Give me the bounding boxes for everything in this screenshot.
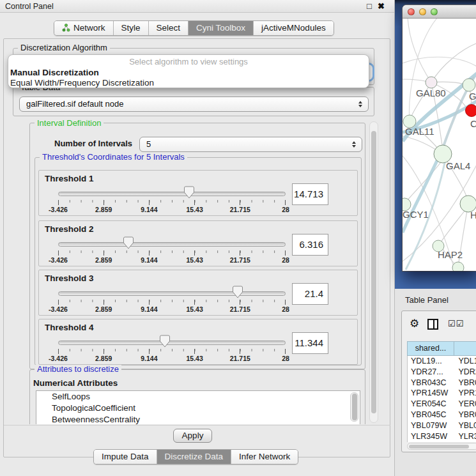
table-row[interactable]: YBL079WYBL0 [408, 420, 476, 431]
table-row[interactable]: YDR27...YDR2 [408, 367, 476, 378]
node-bottom[interactable] [452, 262, 464, 271]
algorithm-prompt: Select algorithm to view settings [8, 57, 369, 68]
spinner-arrows-icon [352, 137, 356, 151]
attributes-list-scrollbar[interactable] [350, 392, 358, 422]
menu-item-equal-width-frequency[interactable]: Equal Width/Frequency Discretization [8, 78, 369, 88]
threshold-3-value-field[interactable]: 21.4 [292, 283, 328, 305]
network-canvas[interactable]: GAL80 G C GAL11 GAL4 GCY1 H HAP2 [403, 19, 476, 271]
node-red[interactable] [466, 105, 476, 117]
threshold-1-slider-handle[interactable] [184, 186, 195, 201]
bottom-tab-bar: Impute Data Discretize Data Infer Networ… [93, 449, 298, 464]
node-g[interactable] [463, 79, 475, 91]
threshold-3-slider-handle[interactable] [233, 286, 243, 300]
number-of-intervals-label: Number of Intervals [54, 139, 132, 148]
tab-cyni-toolbox-label: Cyni Toolbox [196, 23, 245, 33]
control-panel: Control Panel □ ✖ Network Style Select C… [0, 0, 395, 476]
table-row[interactable]: YBR043CYBR0 [408, 378, 476, 388]
table-row[interactable]: YBR045CYBR0 [408, 410, 476, 420]
tab-discretize-data[interactable]: Discretize Data [157, 450, 232, 464]
control-panel-titlebar[interactable]: Control Panel □ ✖ [0, 0, 394, 13]
table-row[interactable]: YDL19...YDL1 [408, 356, 476, 367]
network-window-titlebar[interactable] [403, 5, 476, 19]
table-horizontal-scrollbar[interactable] [407, 443, 476, 450]
column-header-name[interactable]: na [454, 341, 476, 356]
table-panel-title: Table Panel [405, 295, 449, 305]
list-item[interactable]: SelfLoops [36, 391, 360, 403]
tab-style-label: Style [121, 23, 141, 33]
threshold-4-slider-handle[interactable] [160, 335, 171, 349]
gear-icon[interactable]: ⚙ [410, 317, 419, 330]
svg-text:GCY1: GCY1 [403, 209, 429, 220]
tab-jactivemnodules[interactable]: jActiveMNodules [254, 21, 334, 35]
table-data-value: galFiltered.sif default node [26, 99, 123, 109]
network-edges [403, 19, 476, 270]
table-row[interactable]: YLR345WYLR3 [408, 431, 476, 442]
svg-text:GAL4: GAL4 [446, 160, 470, 171]
close-icon[interactable]: ✖ [378, 1, 385, 11]
table-rows: YDL19...YDL1 YDR27...YDR2 YBR043CYBR0 YP… [407, 356, 476, 442]
list-item[interactable]: TopologicalCoefficient [36, 403, 360, 414]
split-columns-icon[interactable] [427, 319, 438, 330]
tab-impute-data[interactable]: Impute Data [94, 450, 157, 464]
table-data-combobox[interactable]: galFiltered.sif default node [19, 96, 369, 112]
select-columns-checkboxes-icon[interactable]: ☑☑ [448, 319, 464, 328]
float-window-icon[interactable]: □ [367, 1, 372, 11]
node-gal80[interactable] [426, 77, 437, 88]
table-row[interactable]: YPR145WYPR1 [408, 388, 476, 399]
table-row[interactable]: YER054CYER0 [408, 399, 476, 410]
threshold-4-value-field[interactable]: 11.344 [292, 332, 328, 354]
tab-network[interactable]: Network [54, 21, 114, 35]
network-view-window[interactable]: GAL80 G C GAL11 GAL4 GCY1 H HAP2 [403, 5, 476, 271]
table-row[interactable]: YIL052CYIL0 [408, 441, 476, 442]
column-header-shared[interactable]: shared... [407, 341, 454, 356]
numerical-attributes-list: SelfLoops TopologicalCoefficient Between… [36, 390, 360, 424]
top-tab-bar: Network Style Select Cyni Toolbox jActiv… [54, 20, 334, 36]
tab-style[interactable]: Style [114, 21, 149, 35]
threshold-2-slider-handle[interactable] [123, 236, 134, 251]
threshold-4-panel: Threshold 4 -3.426 2.859 9.144 15.43 21.… [38, 319, 358, 365]
tick-labels: -3.426 2.859 9.144 15.43 21.715 28 [58, 206, 286, 214]
threshold-1-panel: Threshold 1 -3.426 2.859 9.144 15.43 21.… [38, 170, 358, 216]
numerical-attributes-label: Numerical Attributes [33, 378, 118, 388]
scrollbar-thumb[interactable] [371, 131, 376, 413]
combo-spinner-icon [358, 97, 362, 111]
threshold-2-value-field[interactable]: 6.316 [292, 234, 328, 256]
tab-network-label: Network [73, 23, 105, 33]
major-ticks [58, 200, 286, 205]
tab-cyni-toolbox[interactable]: Cyni Toolbox [188, 21, 254, 35]
zoom-traffic-light-icon[interactable] [431, 8, 438, 15]
tab-discretize-data-label: Discretize Data [165, 452, 224, 461]
svg-text:GAL11: GAL11 [405, 126, 434, 137]
desktop-background: GAL80 G C GAL11 GAL4 GCY1 H HAP2 [395, 0, 476, 289]
svg-text:GAL80: GAL80 [416, 88, 446, 98]
threshold-1-value-field[interactable]: 14.713 [292, 183, 328, 205]
settings-scroll-viewport: Interval Definition Number of Intervals … [8, 119, 369, 424]
major-ticks [58, 300, 286, 305]
list-item[interactable]: BetweennessCentrality [36, 414, 360, 424]
svg-text:C: C [470, 118, 476, 129]
svg-text:HAP2: HAP2 [438, 249, 463, 260]
close-traffic-light-icon[interactable] [408, 8, 415, 15]
tab-select[interactable]: Select [149, 21, 189, 35]
thresholds-title: Threshold's Coordinates for 5 Intervals [40, 153, 187, 161]
table-panel: Table Panel ⚙ ☑☑ shared... na YDL19...YD… [395, 289, 476, 476]
number-of-intervals-spinner[interactable]: 5 [139, 137, 362, 152]
number-of-intervals-value: 5 [146, 139, 151, 149]
discretization-algorithm-title: Discretization Algorithm [18, 43, 110, 52]
tab-impute-data-label: Impute Data [102, 452, 149, 461]
tab-infer-network[interactable]: Infer Network [231, 450, 298, 464]
scrollbar-thumb[interactable] [409, 445, 469, 449]
interval-definition-title: Interval Definition [35, 119, 104, 127]
svg-text:G: G [469, 91, 476, 102]
algorithm-dropdown-popup: Select algorithm to view settings Manual… [8, 54, 369, 88]
minimize-traffic-light-icon[interactable] [419, 8, 426, 15]
settings-scrollbar[interactable] [369, 121, 378, 423]
panel-title: Control Panel [5, 2, 54, 11]
network-labels: GAL80 G C GAL11 GAL4 GCY1 H HAP2 [403, 88, 476, 260]
node-table: shared... na YDL19...YDL1 YDR27...YDR2 Y… [407, 341, 476, 442]
apply-button[interactable]: Apply [173, 429, 212, 443]
scrollbar-thumb[interactable] [352, 394, 357, 420]
menu-item-manual-discretization[interactable]: Manual Discretization [8, 68, 369, 78]
threshold-3-panel: Threshold 3 -3.426 2.859 9.144 15.43 21.… [38, 270, 358, 316]
attributes-title: Attributes to discretize [35, 365, 121, 373]
